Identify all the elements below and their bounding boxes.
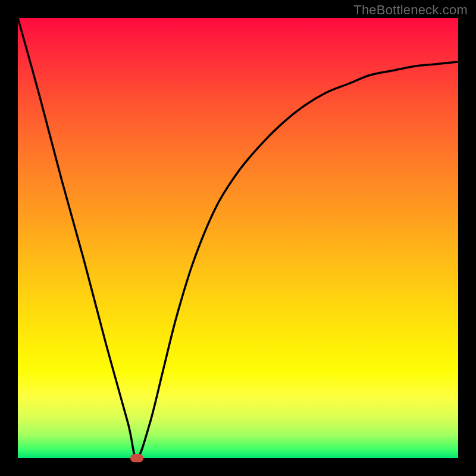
watermark-text: TheBottleneck.com: [353, 2, 468, 18]
plot-area: [18, 18, 458, 458]
chart-frame: TheBottleneck.com: [0, 0, 476, 476]
minimum-marker: [130, 454, 143, 462]
bottleneck-curve: [18, 18, 458, 458]
